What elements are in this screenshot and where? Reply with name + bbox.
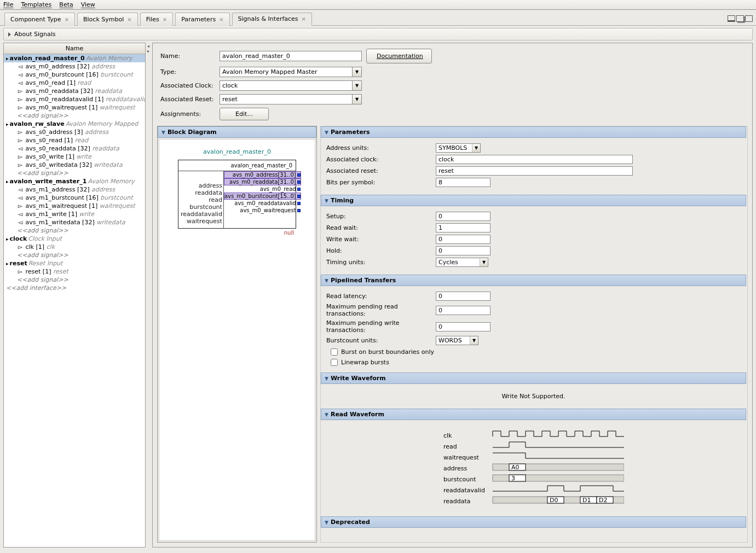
tree-signal[interactable]: ◅ avs_m0_address [32] address <box>4 62 145 71</box>
name-field[interactable] <box>220 51 362 61</box>
restore-icon[interactable] <box>736 15 744 22</box>
collapse-arrow-icon[interactable]: ▼ <box>325 520 328 525</box>
collapse-arrow-icon[interactable]: ▼ <box>325 130 328 135</box>
type-select[interactable]: Avalon Memory Mapped Master <box>220 67 352 77</box>
chevron-down-icon: ▼ <box>352 94 362 104</box>
add-signal[interactable]: <<add signal>> <box>4 276 145 284</box>
tree-signal[interactable]: ◅ avs_m1_address [32] address <box>4 185 145 194</box>
tab-component-type[interactable]: Component Type⨯ <box>4 13 75 26</box>
tab-label: Component Type <box>10 16 61 23</box>
collapse-arrow-icon[interactable]: ▼ <box>325 412 328 417</box>
setup-field[interactable] <box>436 212 490 221</box>
burst-units-label: Burstcount units: <box>326 337 436 344</box>
maximize-icon[interactable] <box>745 15 753 22</box>
add-signal[interactable]: <<add signal>> <box>4 226 145 235</box>
tree-signal[interactable]: ◅ avs_s0_readdata [32] readdata <box>4 144 145 153</box>
burst-boundaries-checkbox[interactable] <box>331 348 338 356</box>
tree-signal[interactable]: ◅ avs_m1_burstcount [16] burstcount <box>4 194 145 202</box>
tab-signals-interfaces[interactable]: Signals & Interfaces⨯ <box>232 13 312 26</box>
linewrap-bursts-checkbox[interactable] <box>331 359 338 366</box>
tree-signal[interactable]: ▻ avs_m1_waitrequest [1] waitrequest <box>4 202 145 210</box>
tree-signal[interactable]: ▻ avs_s0_write [1] write <box>4 153 145 161</box>
add-interface[interactable]: <<add interface>> <box>4 284 145 292</box>
documentation-button[interactable]: Documentation <box>366 49 432 63</box>
close-icon[interactable]: ⨯ <box>65 16 69 22</box>
collapse-arrow-icon[interactable]: ▼ <box>325 278 328 283</box>
tree-interface[interactable]: ▸avalon_read_master_0 Avalon Memory <box>4 54 145 62</box>
assoc-clock-field[interactable] <box>436 155 633 164</box>
interface-name: reset <box>10 260 27 267</box>
block-signal-row[interactable]: avs_m0_read <box>224 185 301 193</box>
addr-units-select[interactable]: SYMBOLS <box>436 143 472 153</box>
close-icon[interactable]: ⨯ <box>163 16 167 22</box>
bps-field[interactable] <box>436 178 490 187</box>
tree-signal[interactable]: ◅ avs_m0_burstcount [16] burstcount <box>4 71 145 79</box>
burst-units-select[interactable]: WORDS <box>436 336 470 345</box>
signals-tree[interactable]: ▸avalon_read_master_0 Avalon Memory◅ avs… <box>4 54 145 547</box>
tree-signal[interactable]: ▻ avs_m0_readdatavalid [1] readdatavalid <box>4 95 145 103</box>
tree-signal[interactable]: ▻ avs_s0_writedata [32] writedata <box>4 161 145 169</box>
read-wait-field[interactable] <box>436 223 490 232</box>
menu-beta[interactable]: Beta <box>59 1 73 8</box>
add-signal[interactable]: <<add signal>> <box>4 251 145 259</box>
block-signal-row[interactable]: avs_m0_readdata[31..0] <box>224 178 301 185</box>
collapse-arrow-icon[interactable]: ▼ <box>325 198 328 203</box>
splitter[interactable]: ◂▸ <box>147 43 151 548</box>
tab-parameters[interactable]: Parameters⨯ <box>175 13 229 26</box>
max-read-field[interactable] <box>436 306 490 315</box>
parameters-scroll[interactable]: ▼Parameters Address units: SYMBOLS▼ Asso… <box>320 126 748 543</box>
block-signal-row[interactable]: avs_m0_waitrequest <box>224 207 301 214</box>
block-signal-row[interactable]: avs_m0_readdatavalid <box>224 200 301 207</box>
tree-signal[interactable]: ▻ avs_m0_readdata [32] readdata <box>4 87 145 95</box>
tree-signal[interactable]: ▻ clk [1] clk <box>4 243 145 251</box>
tree-signal[interactable]: ▻ avs_m0_waitrequest [1] waitrequest <box>4 103 145 112</box>
block-port-label: read <box>181 196 222 203</box>
signal-name: avs_s0_write [1] <box>26 153 74 160</box>
about-bar[interactable]: About Signals <box>3 28 753 40</box>
latency-field[interactable] <box>436 292 490 301</box>
tree-interface[interactable]: ▸avalon_rw_slave Avalon Memory Mapped <box>4 120 145 128</box>
assoc-clock-select[interactable]: clock <box>220 80 352 91</box>
add-signal[interactable]: <<add signal>> <box>4 112 145 120</box>
menu-file[interactable]: File <box>3 1 13 8</box>
close-icon[interactable]: ⨯ <box>302 16 306 22</box>
max-read-label: Maximum pending read transactions: <box>326 303 436 317</box>
block-signal-label: avs_m0_readdata[31..0] <box>229 179 297 185</box>
collapse-arrow-icon[interactable]: ▼ <box>161 130 165 135</box>
collapse-arrow-icon[interactable]: ▼ <box>325 376 328 381</box>
tree-signal[interactable]: ▻ reset [1] reset <box>4 267 145 276</box>
hold-field[interactable] <box>436 246 490 255</box>
tree-interface[interactable]: ▸reset Reset Input <box>4 259 145 267</box>
tree-interface[interactable]: ▸avalon_write_master_1 Avalon Memory <box>4 177 145 185</box>
tree-signal[interactable]: ◅ avs_m0_read [1] read <box>4 79 145 87</box>
tree-signal[interactable]: ◅ avs_m1_writedata [32] writedata <box>4 218 145 226</box>
close-icon[interactable]: ⨯ <box>127 16 131 22</box>
tree-signal[interactable]: ▻ avs_s0_address [3] address <box>4 128 145 136</box>
signal-hint: address <box>85 129 108 136</box>
block-port-label: burstcount <box>181 203 222 211</box>
close-icon[interactable]: ⨯ <box>219 16 223 22</box>
signal-hint: write <box>76 153 91 160</box>
assoc-reset-field[interactable] <box>436 166 633 176</box>
about-label: About Signals <box>14 31 56 38</box>
assoc-reset-select[interactable]: reset <box>220 94 352 104</box>
timing-units-select[interactable]: Cycles <box>436 258 480 267</box>
block-signal-row[interactable]: avs_m0_address[31..0] <box>224 171 301 178</box>
tree-interface[interactable]: ▸clock Clock Input <box>4 235 145 243</box>
menu-templates[interactable]: Templates <box>21 1 51 8</box>
tab-files[interactable]: Files⨯ <box>140 13 174 26</box>
minimize-icon[interactable] <box>728 15 735 22</box>
tree-signal[interactable]: ◅ avs_m1_write [1] write <box>4 210 145 218</box>
tree-column-header[interactable]: Name <box>4 43 145 54</box>
edit-button[interactable]: Edit... <box>220 108 269 120</box>
add-signal[interactable]: <<add signal>> <box>4 169 145 177</box>
block-symbol[interactable]: avalon_read_master_0 addressreaddataread… <box>178 160 296 229</box>
tab-block-symbol[interactable]: Block Symbol⨯ <box>77 13 138 26</box>
port-in-icon: ▻ <box>17 137 24 144</box>
block-signal-row[interactable]: avs_m0_burstcount[15..0] <box>224 193 301 200</box>
tree-signal[interactable]: ▻ avs_s0_read [1] read <box>4 136 145 144</box>
max-write-field[interactable] <box>436 322 490 331</box>
menu-view[interactable]: View <box>81 1 95 8</box>
write-wait-field[interactable] <box>436 235 490 244</box>
waveform-svg: clkreadwaitrequestaddressburstcountreadd… <box>443 430 624 507</box>
